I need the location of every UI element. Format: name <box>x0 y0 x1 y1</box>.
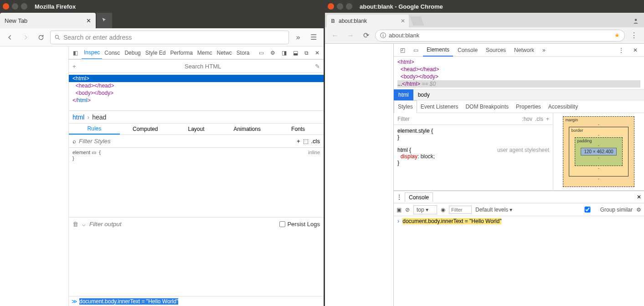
settings-icon[interactable]: ⚙ <box>268 47 278 59</box>
tab-layout[interactable]: Layout <box>171 124 222 135</box>
close-tab-icon[interactable]: ✕ <box>86 17 91 24</box>
tab-rules[interactable]: Rules <box>69 124 120 135</box>
search-html-input[interactable] <box>185 63 315 70</box>
hov-toggle[interactable]: :hov <box>522 116 532 122</box>
inspect-element-icon[interactable]: ◰ <box>397 44 409 57</box>
tab-event-listeners[interactable]: Event Listeners <box>417 100 462 113</box>
eye-icon[interactable]: ◉ <box>441 207 445 213</box>
funnel-icon[interactable]: ⌵ <box>82 221 86 228</box>
address-bar[interactable]: ⓘ about:blank ★ <box>375 30 625 41</box>
menu-button[interactable]: ⋮ <box>628 29 640 42</box>
back-button[interactable] <box>4 31 16 44</box>
reload-button[interactable]: ⟳ <box>360 29 372 42</box>
close-devtools-icon[interactable]: ✕ <box>313 47 322 59</box>
dock-side-icon[interactable]: ◨ <box>279 47 289 59</box>
tab-styles[interactable]: Styles <box>394 100 417 113</box>
dom-node-html-close[interactable]: </html> <box>69 97 324 104</box>
dom-node-html[interactable]: <html> <box>397 58 640 66</box>
tab-console[interactable]: Console <box>454 44 481 57</box>
context-select[interactable]: top ▾ <box>413 205 437 214</box>
persist-logs-checkbox[interactable] <box>279 221 285 227</box>
inspect-element-icon[interactable]: ◧ <box>69 47 82 59</box>
responsive-icon[interactable]: ▭ <box>257 47 266 59</box>
minimize-icon[interactable] <box>12 3 18 10</box>
add-rule-icon[interactable]: + <box>546 116 549 122</box>
browser-tab[interactable]: 🗎 about:blank ✕ <box>327 15 409 27</box>
tab-accessibility[interactable]: Accessibility <box>545 100 582 113</box>
filter-output-input[interactable] <box>89 221 276 228</box>
dock-bottom-icon[interactable]: ⬓ <box>291 47 300 59</box>
group-similar-checkbox[interactable] <box>576 207 599 213</box>
console-output[interactable]: › document.body.innerText = "Hello World… <box>394 216 644 306</box>
gear-icon[interactable]: ⚙ <box>636 207 641 213</box>
maximize-icon[interactable] <box>346 3 352 10</box>
browser-tab[interactable]: New Tab ✕ <box>0 13 96 28</box>
user-icon[interactable] <box>630 16 641 26</box>
tab-performance[interactable]: Performa <box>168 47 195 59</box>
close-drawer-icon[interactable]: ✕ <box>637 194 641 200</box>
breadcrumb-html[interactable]: html <box>72 114 84 121</box>
device-toolbar-icon[interactable]: ▭ <box>410 44 422 57</box>
tab-storage[interactable]: Stora <box>234 47 252 59</box>
bookmark-star-icon[interactable]: ★ <box>614 32 620 39</box>
menu-button[interactable]: ☰ <box>307 31 320 44</box>
cls-toggle[interactable]: .cls <box>535 116 543 122</box>
clear-console-icon[interactable]: ⊘ <box>405 207 410 213</box>
console-command[interactable]: document.body.innerText = "Hello World" <box>79 298 178 305</box>
forward-button[interactable] <box>19 31 32 44</box>
address-bar[interactable]: Search or enter address <box>50 31 289 44</box>
popout-icon[interactable]: ⧉ <box>302 47 311 59</box>
dom-node-head[interactable]: <head></head> <box>69 82 324 89</box>
close-icon[interactable] <box>3 3 9 10</box>
dom-node-body[interactable]: <body></body> <box>397 73 640 80</box>
cls-toggle[interactable]: .cls <box>311 138 320 145</box>
new-tab-button[interactable] <box>410 16 424 26</box>
breadcrumb-html[interactable]: html <box>394 89 413 100</box>
breadcrumb-body[interactable]: body <box>413 89 434 100</box>
filter-styles-input[interactable] <box>79 138 294 145</box>
new-tab-button[interactable] <box>97 13 112 28</box>
tab-network[interactable]: Network <box>510 44 538 57</box>
breadcrumb-head[interactable]: head <box>92 114 106 121</box>
tab-style-editor[interactable]: Style Ed <box>143 47 168 59</box>
rules-panel[interactable]: element ▭ {inline } <box>69 148 324 217</box>
more-tabs-icon[interactable]: » <box>539 44 549 57</box>
tab-fonts[interactable]: Fonts <box>273 124 324 135</box>
dom-node-html[interactable]: <html> <box>69 75 324 82</box>
close-tab-icon[interactable]: ✕ <box>401 18 405 24</box>
info-icon[interactable]: ⓘ <box>380 31 386 40</box>
sidebar-toggle-icon[interactable]: ▣ <box>397 207 402 213</box>
console-output[interactable] <box>69 231 324 296</box>
kebab-icon[interactable]: ⋮ <box>615 44 628 57</box>
reload-button[interactable] <box>35 31 47 44</box>
filter-label[interactable]: Filter <box>397 116 410 122</box>
console-tab[interactable]: Console <box>405 192 433 202</box>
kebab-icon[interactable]: ⋮ <box>397 194 402 200</box>
forward-button[interactable]: → <box>344 29 357 42</box>
minimize-icon[interactable] <box>337 3 343 10</box>
pseudo-class-icon[interactable]: ⬚ <box>303 138 309 145</box>
add-rule-icon[interactable]: + <box>297 138 300 145</box>
dom-node-head[interactable]: <head></head> <box>397 66 640 73</box>
tab-memory[interactable]: Memc <box>195 47 215 59</box>
console-input[interactable]: ≫ document.body.innerText = "Hello World… <box>69 296 324 306</box>
console-command[interactable]: document.body.innerText = "Hello World" <box>402 218 501 224</box>
trash-icon[interactable]: 🗑 <box>72 221 78 228</box>
back-button[interactable]: ← <box>329 29 341 42</box>
tab-dom-breakpoints[interactable]: DOM Breakpoints <box>462 100 512 113</box>
console-filter-input[interactable] <box>449 206 472 214</box>
dom-node-body[interactable]: <body></body> <box>69 89 324 97</box>
levels-select[interactable]: Default levels ▾ <box>475 207 512 213</box>
tab-debugger[interactable]: Debug <box>122 47 143 59</box>
rules-panel[interactable]: element.style { } html {user agent style… <box>394 125 553 190</box>
edit-icon[interactable]: ✎ <box>315 63 320 70</box>
tab-animations[interactable]: Animations <box>222 124 273 135</box>
overflow-button[interactable]: » <box>292 31 304 44</box>
close-devtools-icon[interactable]: ✕ <box>629 44 641 57</box>
tab-sources[interactable]: Sources <box>482 44 510 57</box>
dom-tree[interactable]: <html> <head></head> <body></body> ...</… <box>394 57 644 89</box>
tab-computed[interactable]: Computed <box>120 124 171 135</box>
dom-tree[interactable]: <html> <head></head> <body></body> </htm… <box>69 73 324 106</box>
tab-inspector[interactable]: Inspec <box>82 47 102 59</box>
tab-network[interactable]: Netwc <box>214 47 234 59</box>
